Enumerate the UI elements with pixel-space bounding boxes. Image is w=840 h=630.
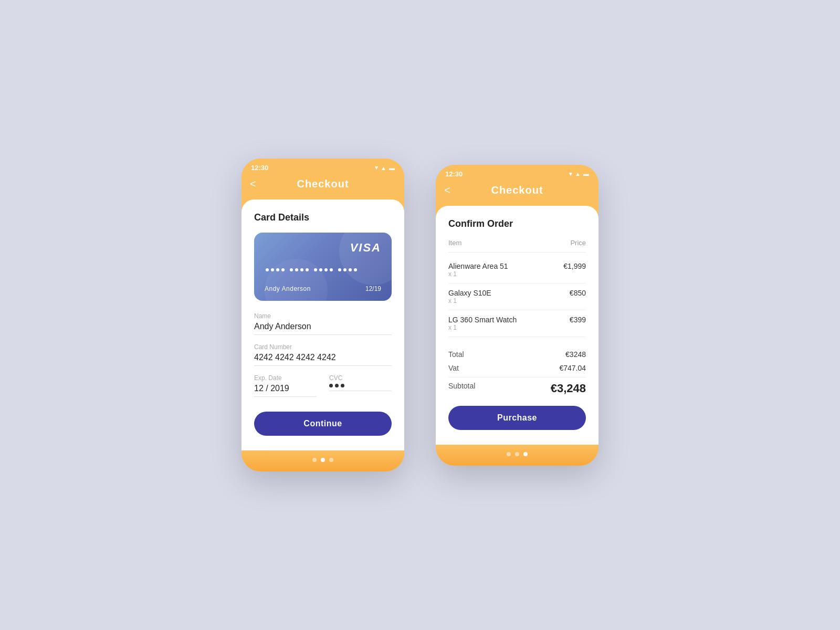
order-item-qty-2: x 1 — [448, 297, 491, 304]
total-value: €3248 — [565, 350, 586, 359]
col-price: Price — [570, 239, 586, 247]
dot — [330, 268, 333, 271]
dot — [295, 268, 298, 271]
cvc-field-group: CVC — [329, 374, 392, 397]
subtotal-row: Subtotal €3,248 — [448, 377, 586, 400]
credit-card-visual: VISA — [254, 233, 392, 301]
pagination-dots-right — [436, 445, 598, 466]
dot — [343, 268, 346, 271]
dot — [290, 268, 293, 271]
card-holder-name: Andy Anderson — [265, 285, 311, 292]
dot-group-2 — [290, 268, 309, 271]
dot-nav-r3-active[interactable] — [523, 452, 528, 456]
order-item-name-1: Alienware Area 51 — [448, 262, 508, 270]
phone-checkout-card: 12:30 ▾ ▲ ▬ < Checkout Card Details VISA — [242, 159, 404, 471]
dot — [319, 268, 322, 271]
back-button-left[interactable]: < — [250, 178, 256, 190]
battery-icon: ▬ — [389, 165, 395, 171]
dot — [276, 268, 279, 271]
card-brand: VISA — [265, 241, 381, 255]
wifi-icon-right: ▾ — [569, 171, 572, 177]
dot-group-3 — [314, 268, 333, 271]
cvc-label: CVC — [329, 374, 392, 382]
name-label: Name — [254, 312, 392, 320]
card-number-dots — [265, 268, 381, 271]
vat-value: €747.04 — [559, 364, 586, 372]
dot — [354, 268, 357, 271]
header-title-left: Checkout — [297, 178, 349, 190]
dot-nav-2-active[interactable] — [321, 458, 325, 462]
dot-nav-r2[interactable] — [515, 452, 519, 456]
exp-date-value[interactable]: 12 / 2019 — [254, 384, 317, 397]
card-details-title: Card Details — [254, 212, 392, 223]
dot — [349, 268, 352, 271]
exp-date-field-group: Exp. Date 12 / 2019 — [254, 374, 317, 397]
header-title-right: Checkout — [491, 184, 543, 196]
name-field-group: Name Andy Anderson — [254, 312, 392, 335]
back-button-right[interactable]: < — [444, 184, 450, 196]
status-icons-right: ▾ ▲ ▬ — [569, 171, 589, 177]
vat-row: Vat €747.04 — [448, 361, 586, 375]
order-item-price-3: €399 — [570, 316, 586, 324]
continue-button[interactable]: Continue — [254, 412, 392, 436]
vat-label: Vat — [448, 364, 459, 372]
expiry-cvc-row: Exp. Date 12 / 2019 CVC — [254, 374, 392, 405]
cvc-dot-2 — [335, 384, 339, 387]
purchase-button[interactable]: Purchase — [448, 406, 586, 430]
dot-group-4 — [338, 268, 357, 271]
status-time-right: 12:30 — [445, 170, 463, 178]
dot — [324, 268, 328, 271]
signal-icon-right: ▲ — [575, 171, 581, 177]
card-expiry: 12/19 — [365, 285, 381, 292]
cvc-dot-3 — [341, 384, 344, 387]
totals-section: Total €3248 Vat €747.04 Subtotal €3,248 — [448, 342, 586, 400]
dot — [306, 268, 309, 271]
exp-date-label: Exp. Date — [254, 374, 317, 382]
dot — [266, 268, 269, 271]
order-row-1: Alienware Area 51 x 1 €1,999 — [448, 257, 586, 284]
card-bottom: Andy Anderson 12/19 — [265, 285, 381, 292]
name-value[interactable]: Andy Anderson — [254, 322, 392, 335]
status-bar-right: 12:30 ▾ ▲ ▬ — [436, 165, 598, 180]
battery-icon-right: ▬ — [583, 171, 589, 177]
pagination-dots-left — [242, 450, 404, 471]
dot — [314, 268, 317, 271]
confirm-order-title: Confirm Order — [448, 218, 586, 229]
status-time-left: 12:30 — [251, 164, 268, 172]
card-details-area: Card Details VISA — [242, 200, 404, 450]
order-item-qty-1: x 1 — [448, 270, 508, 278]
subtotal-value: €3,248 — [551, 382, 586, 395]
order-row-3: LG 360 Smart Watch x 1 €399 — [448, 310, 586, 337]
header-left: < Checkout — [242, 174, 404, 197]
cvc-dot-1 — [329, 384, 333, 387]
col-item: Item — [448, 239, 461, 247]
order-item-name-3: LG 360 Smart Watch — [448, 316, 517, 324]
order-item-name-2: Galaxy S10E — [448, 289, 491, 297]
card-number-value[interactable]: 4242 4242 4242 4242 — [254, 353, 392, 366]
dot-group-1 — [266, 268, 285, 271]
total-label: Total — [448, 350, 464, 359]
card-number-field-group: Card Number 4242 4242 4242 4242 — [254, 343, 392, 366]
phone-checkout-confirm: 12:30 ▾ ▲ ▬ < Checkout Confirm Order Ite… — [436, 165, 598, 466]
signal-icon: ▲ — [381, 165, 386, 171]
order-item-left-3: LG 360 Smart Watch x 1 — [448, 316, 517, 331]
dot — [338, 268, 341, 271]
order-item-left-1: Alienware Area 51 x 1 — [448, 262, 508, 278]
order-item-qty-3: x 1 — [448, 324, 517, 331]
status-bar-left: 12:30 ▾ ▲ ▬ — [242, 159, 404, 174]
order-table-header: Item Price — [448, 239, 586, 253]
dot — [271, 268, 274, 271]
dot — [300, 268, 303, 271]
status-icons-left: ▾ ▲ ▬ — [375, 164, 395, 171]
dot-nav-r1[interactable] — [507, 452, 511, 456]
order-item-price-1: €1,999 — [563, 262, 586, 270]
wifi-icon: ▾ — [375, 164, 378, 171]
dot — [281, 268, 285, 271]
card-number-label: Card Number — [254, 343, 392, 351]
order-item-left-2: Galaxy S10E x 1 — [448, 289, 491, 304]
order-item-price-2: €850 — [570, 289, 586, 297]
dot-nav-3[interactable] — [329, 458, 333, 462]
cvc-dots[interactable] — [329, 384, 392, 391]
dot-nav-1[interactable] — [312, 458, 317, 462]
order-row-2: Galaxy S10E x 1 €850 — [448, 284, 586, 310]
